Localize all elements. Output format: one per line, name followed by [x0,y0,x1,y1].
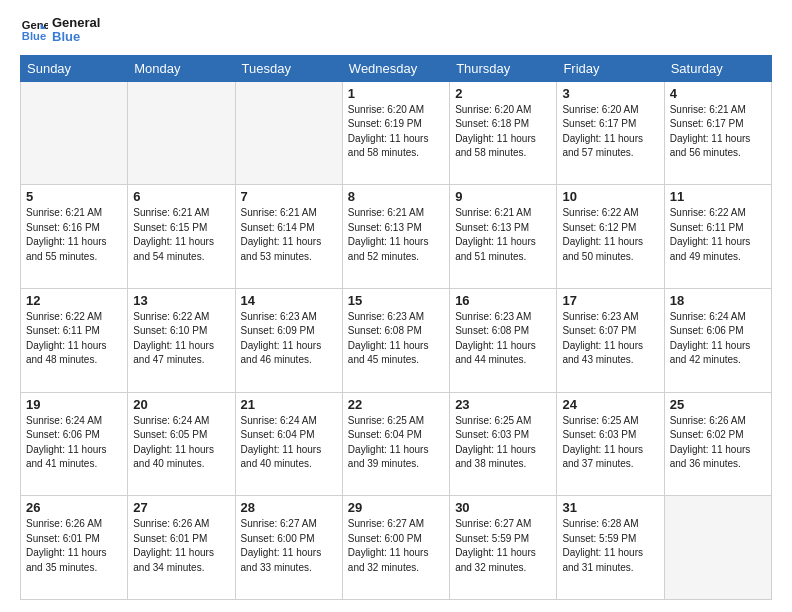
logo: General Blue General Blue [20,16,100,45]
header-thursday: Thursday [450,55,557,81]
week-row-4: 26Sunrise: 6:26 AM Sunset: 6:01 PM Dayli… [21,496,772,600]
day-cell: 1Sunrise: 6:20 AM Sunset: 6:19 PM Daylig… [342,81,449,185]
day-info: Sunrise: 6:26 AM Sunset: 6:01 PM Dayligh… [133,517,229,575]
day-info: Sunrise: 6:27 AM Sunset: 6:00 PM Dayligh… [241,517,337,575]
header-wednesday: Wednesday [342,55,449,81]
day-cell: 4Sunrise: 6:21 AM Sunset: 6:17 PM Daylig… [664,81,771,185]
day-info: Sunrise: 6:24 AM Sunset: 6:06 PM Dayligh… [670,310,766,368]
day-number: 15 [348,293,444,308]
day-info: Sunrise: 6:22 AM Sunset: 6:12 PM Dayligh… [562,206,658,264]
day-cell [128,81,235,185]
day-number: 8 [348,189,444,204]
day-number: 16 [455,293,551,308]
day-info: Sunrise: 6:27 AM Sunset: 6:00 PM Dayligh… [348,517,444,575]
day-number: 21 [241,397,337,412]
day-info: Sunrise: 6:22 AM Sunset: 6:10 PM Dayligh… [133,310,229,368]
day-info: Sunrise: 6:21 AM Sunset: 6:13 PM Dayligh… [348,206,444,264]
day-info: Sunrise: 6:28 AM Sunset: 5:59 PM Dayligh… [562,517,658,575]
day-number: 13 [133,293,229,308]
day-number: 5 [26,189,122,204]
day-info: Sunrise: 6:21 AM Sunset: 6:15 PM Dayligh… [133,206,229,264]
logo-blue: Blue [52,30,100,44]
day-cell: 10Sunrise: 6:22 AM Sunset: 6:12 PM Dayli… [557,185,664,289]
day-number: 9 [455,189,551,204]
day-cell: 7Sunrise: 6:21 AM Sunset: 6:14 PM Daylig… [235,185,342,289]
week-row-2: 12Sunrise: 6:22 AM Sunset: 6:11 PM Dayli… [21,288,772,392]
day-cell: 22Sunrise: 6:25 AM Sunset: 6:04 PM Dayli… [342,392,449,496]
calendar-table: Sunday Monday Tuesday Wednesday Thursday… [20,55,772,600]
day-info: Sunrise: 6:22 AM Sunset: 6:11 PM Dayligh… [26,310,122,368]
day-info: Sunrise: 6:20 AM Sunset: 6:18 PM Dayligh… [455,103,551,161]
day-info: Sunrise: 6:25 AM Sunset: 6:03 PM Dayligh… [562,414,658,472]
day-info: Sunrise: 6:24 AM Sunset: 6:05 PM Dayligh… [133,414,229,472]
week-row-0: 1Sunrise: 6:20 AM Sunset: 6:19 PM Daylig… [21,81,772,185]
day-cell: 24Sunrise: 6:25 AM Sunset: 6:03 PM Dayli… [557,392,664,496]
day-cell: 5Sunrise: 6:21 AM Sunset: 6:16 PM Daylig… [21,185,128,289]
day-number: 7 [241,189,337,204]
day-cell: 14Sunrise: 6:23 AM Sunset: 6:09 PM Dayli… [235,288,342,392]
svg-text:Blue: Blue [22,31,46,43]
day-info: Sunrise: 6:24 AM Sunset: 6:06 PM Dayligh… [26,414,122,472]
day-info: Sunrise: 6:20 AM Sunset: 6:19 PM Dayligh… [348,103,444,161]
day-number: 14 [241,293,337,308]
day-cell [21,81,128,185]
day-info: Sunrise: 6:21 AM Sunset: 6:13 PM Dayligh… [455,206,551,264]
day-cell: 3Sunrise: 6:20 AM Sunset: 6:17 PM Daylig… [557,81,664,185]
day-number: 12 [26,293,122,308]
day-number: 20 [133,397,229,412]
day-number: 3 [562,86,658,101]
day-info: Sunrise: 6:22 AM Sunset: 6:11 PM Dayligh… [670,206,766,264]
day-cell [664,496,771,600]
day-cell: 25Sunrise: 6:26 AM Sunset: 6:02 PM Dayli… [664,392,771,496]
day-number: 18 [670,293,766,308]
weekday-header-row: Sunday Monday Tuesday Wednesday Thursday… [21,55,772,81]
day-cell: 20Sunrise: 6:24 AM Sunset: 6:05 PM Dayli… [128,392,235,496]
header-tuesday: Tuesday [235,55,342,81]
day-number: 26 [26,500,122,515]
day-info: Sunrise: 6:21 AM Sunset: 6:17 PM Dayligh… [670,103,766,161]
day-number: 27 [133,500,229,515]
day-cell: 29Sunrise: 6:27 AM Sunset: 6:00 PM Dayli… [342,496,449,600]
day-number: 17 [562,293,658,308]
day-cell: 19Sunrise: 6:24 AM Sunset: 6:06 PM Dayli… [21,392,128,496]
day-cell: 16Sunrise: 6:23 AM Sunset: 6:08 PM Dayli… [450,288,557,392]
day-number: 31 [562,500,658,515]
day-cell: 6Sunrise: 6:21 AM Sunset: 6:15 PM Daylig… [128,185,235,289]
day-cell: 9Sunrise: 6:21 AM Sunset: 6:13 PM Daylig… [450,185,557,289]
day-cell [235,81,342,185]
header-sunday: Sunday [21,55,128,81]
day-number: 28 [241,500,337,515]
day-number: 2 [455,86,551,101]
day-number: 19 [26,397,122,412]
day-cell: 13Sunrise: 6:22 AM Sunset: 6:10 PM Dayli… [128,288,235,392]
day-number: 24 [562,397,658,412]
header-friday: Friday [557,55,664,81]
week-row-3: 19Sunrise: 6:24 AM Sunset: 6:06 PM Dayli… [21,392,772,496]
day-info: Sunrise: 6:26 AM Sunset: 6:01 PM Dayligh… [26,517,122,575]
day-cell: 28Sunrise: 6:27 AM Sunset: 6:00 PM Dayli… [235,496,342,600]
day-info: Sunrise: 6:23 AM Sunset: 6:07 PM Dayligh… [562,310,658,368]
day-cell: 23Sunrise: 6:25 AM Sunset: 6:03 PM Dayli… [450,392,557,496]
day-info: Sunrise: 6:26 AM Sunset: 6:02 PM Dayligh… [670,414,766,472]
logo-icon: General Blue [20,16,48,44]
day-number: 10 [562,189,658,204]
day-cell: 18Sunrise: 6:24 AM Sunset: 6:06 PM Dayli… [664,288,771,392]
day-cell: 31Sunrise: 6:28 AM Sunset: 5:59 PM Dayli… [557,496,664,600]
page: General Blue General Blue Sunday Monday … [0,0,792,612]
svg-text:General: General [22,19,48,31]
day-info: Sunrise: 6:27 AM Sunset: 5:59 PM Dayligh… [455,517,551,575]
day-cell: 26Sunrise: 6:26 AM Sunset: 6:01 PM Dayli… [21,496,128,600]
day-number: 22 [348,397,444,412]
day-info: Sunrise: 6:23 AM Sunset: 6:08 PM Dayligh… [455,310,551,368]
day-info: Sunrise: 6:23 AM Sunset: 6:09 PM Dayligh… [241,310,337,368]
day-number: 30 [455,500,551,515]
header: General Blue General Blue [20,16,772,45]
day-cell: 17Sunrise: 6:23 AM Sunset: 6:07 PM Dayli… [557,288,664,392]
day-cell: 11Sunrise: 6:22 AM Sunset: 6:11 PM Dayli… [664,185,771,289]
day-cell: 8Sunrise: 6:21 AM Sunset: 6:13 PM Daylig… [342,185,449,289]
day-info: Sunrise: 6:25 AM Sunset: 6:04 PM Dayligh… [348,414,444,472]
day-cell: 21Sunrise: 6:24 AM Sunset: 6:04 PM Dayli… [235,392,342,496]
day-info: Sunrise: 6:21 AM Sunset: 6:14 PM Dayligh… [241,206,337,264]
day-cell: 27Sunrise: 6:26 AM Sunset: 6:01 PM Dayli… [128,496,235,600]
day-number: 25 [670,397,766,412]
